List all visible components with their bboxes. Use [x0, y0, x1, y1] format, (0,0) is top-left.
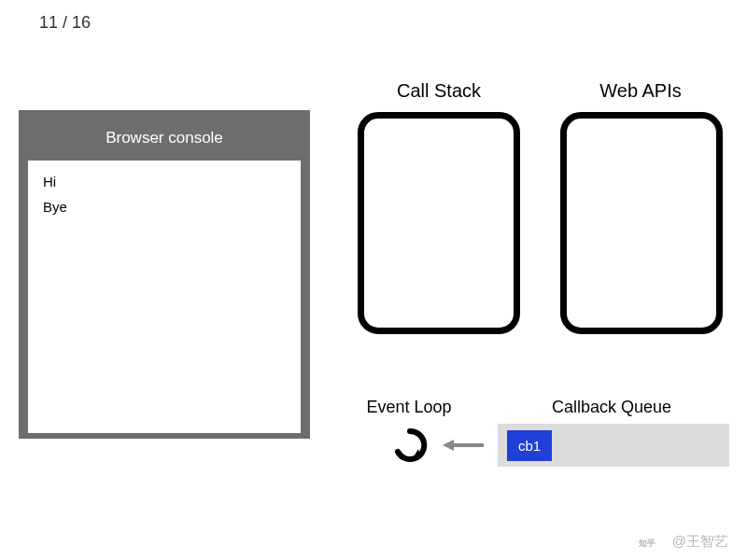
console-line: Bye [43, 199, 286, 215]
callback-queue-box: cb1 [498, 424, 729, 467]
watermark-text: @王智艺 [672, 533, 728, 551]
callback-item: cb1 [507, 430, 552, 461]
call-stack-label: Call Stack [355, 80, 523, 102]
svg-text:知乎: 知乎 [639, 538, 655, 547]
zhihu-logo-icon: 知乎 [639, 535, 667, 550]
console-line: Hi [43, 174, 286, 189]
step-counter: 11 / 16 [39, 13, 91, 33]
console-title: Browser console [28, 119, 301, 161]
console-body: Hi Bye [28, 161, 301, 433]
arrow-left-icon [441, 439, 486, 452]
watermark: 知乎 @王智艺 [639, 533, 728, 551]
web-apis-label: Web APIs [557, 80, 725, 102]
event-loop-icon [392, 427, 428, 463]
browser-console-panel: Browser console Hi Bye [19, 110, 310, 439]
call-stack-box [358, 112, 520, 334]
event-loop-label: Event Loop [344, 398, 474, 417]
callback-queue-label: Callback Queue [518, 398, 705, 417]
web-apis-box [560, 112, 723, 334]
